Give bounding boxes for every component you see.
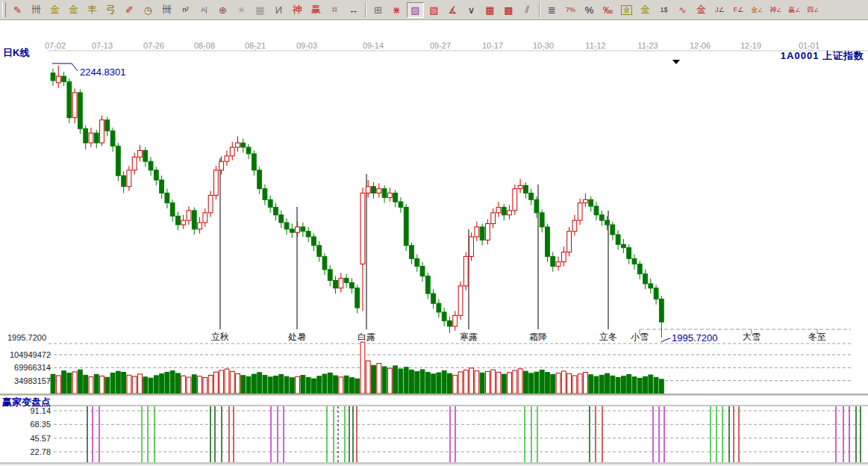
circle-cross-icon[interactable]: ⊕ [214,2,231,18]
fan-box-icon[interactable]: ▨ [407,2,424,18]
shen-icon[interactable]: 神 [289,2,306,18]
candle-body [181,220,186,225]
volume-bar [399,369,403,394]
grid-lines-icon[interactable]: 卌 [28,2,45,18]
money-pin-icon[interactable]: 1$ [655,2,672,18]
volume-bar [160,374,164,394]
levels-icon[interactable]: ≣ [543,2,561,18]
si-angle-icon[interactable]: 四∠ [805,2,822,18]
n-square-icon[interactable]: n² [177,2,194,18]
gold-circle-icon[interactable]: 金 [618,2,635,18]
ruler-grid-icon[interactable]: 卌 [158,2,175,18]
volume-bar [198,376,202,394]
fence-icon[interactable]: 丰 [84,2,101,18]
candle-body [208,195,213,212]
fan-box2-icon[interactable]: ▧ [425,2,443,18]
volume-bar [165,372,169,394]
candle-body [89,133,93,143]
volume-bar [491,370,496,394]
fan-rays-icon[interactable]: ⋇ [388,2,405,18]
volume-bar [599,375,604,394]
angle-fan-icon[interactable]: ∡ [444,2,461,18]
chart-canvas[interactable]: 07-0207-1307-2608-0808-2109-0309-1409-27… [0,40,868,466]
candle-body [257,170,262,189]
shen-angle-icon[interactable]: 神∠ [767,2,784,18]
red-grid-icon[interactable]: ▦ [481,2,499,18]
gann-gold-2-icon[interactable]: 金 [65,2,82,18]
gann-gold-1-icon[interactable]: 金 [46,2,63,18]
volume-bar [219,370,224,394]
gold-angle-icon[interactable]: 金∠ [749,2,766,18]
ruler-123-icon[interactable]: ⌗ [326,2,343,18]
volume-bar [67,373,72,394]
volume-bar [149,378,153,394]
candle-body [94,133,99,143]
ying-icon[interactable]: 赢 [307,2,325,18]
candle-body [513,189,517,211]
box-tool-icon[interactable]: ⊞ [369,2,387,18]
volume-bar [643,376,648,394]
j-angle-icon[interactable]: J∠ [711,2,728,18]
date-tick-label: 11-23 [637,41,658,50]
red-grid2-icon[interactable]: ▩ [500,2,517,18]
chart-region: 07-0207-1307-2608-0808-2109-0309-1409-27… [0,40,868,466]
permille-icon[interactable]: ‰ [599,2,616,18]
candle-body [458,286,463,315]
candle-body [654,288,658,299]
volume-bar [632,377,637,394]
toolbar-drawing: ✎卌金金丰弓✐◷卌n²A|⊕✳▦И神赢⌗↔⊞⋇▨▧∡∨▦▩⫽≣7%%‰金金1$∿… [0,0,868,20]
volume-bar [469,368,474,394]
volume-bar [116,371,120,394]
vee-wave-icon[interactable]: ∨ [463,2,480,18]
candle-body [334,281,338,288]
candle-body [225,156,229,161]
volume-bar [284,376,289,394]
f-angle-icon[interactable]: F∠ [730,2,747,18]
candle-body [399,202,403,207]
date-tick-label: 10-17 [482,41,503,50]
volume-bar [382,367,387,394]
volume-bar [187,377,191,394]
bow-icon[interactable]: 弓 [102,2,119,18]
wave-gold-icon[interactable]: ∿ [674,2,691,18]
volume-bar [322,374,327,394]
mark-pen-icon[interactable]: ✐ [121,2,138,18]
volume-bar [138,374,143,394]
volume-bar [122,373,126,394]
candle-body [62,76,66,81]
width-measure-icon[interactable]: ↔ [345,2,362,18]
volume-bar [372,365,376,394]
letter-line-icon[interactable]: A| [196,2,213,18]
candle-body [561,252,566,262]
star-burst-icon[interactable]: ✳ [233,2,250,18]
time-cycle-icon[interactable]: ◷ [140,2,157,18]
candle-body [546,227,550,256]
volume-bar [127,375,131,394]
candle-body [442,312,446,321]
candle-body [355,288,360,308]
k-mark-icon[interactable]: И [270,2,287,18]
solar-term-label: 立冬 [599,332,617,342]
candle-body [241,143,246,147]
candle-body [463,256,468,285]
candle-body [382,189,387,198]
volume-bar [410,370,414,394]
grid-box-gray-icon[interactable]: ▦ [252,2,269,18]
percent-icon[interactable]: % [581,2,598,18]
candle-body [496,208,501,213]
candle-body [448,321,452,326]
candle-body [534,199,539,213]
candle-body [263,189,267,200]
bottom-axis-label: 68.35 [30,420,51,429]
volume-bar [529,373,534,394]
gold-lines-icon[interactable]: 金 [637,2,654,18]
volume-bar [317,376,322,394]
gold-underline-icon[interactable]: 金 [693,2,710,18]
ying-angle-icon[interactable]: 赢∠ [786,2,803,18]
percent-7-icon[interactable]: 7% [562,2,579,18]
diagonal-lines-icon[interactable]: ⫽ [519,2,536,18]
draw-pen-icon[interactable]: ✎ [9,2,26,18]
volume-bar [561,371,566,394]
volume-bar [110,373,115,394]
volume-bar [334,376,338,394]
